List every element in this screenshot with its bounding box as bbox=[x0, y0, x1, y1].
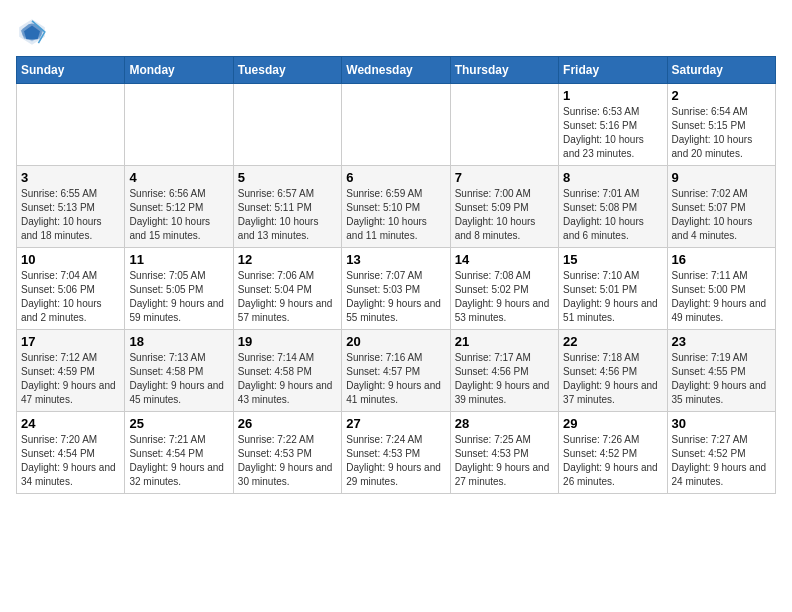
calendar-day-cell: 9Sunrise: 7:02 AM Sunset: 5:07 PM Daylig… bbox=[667, 166, 775, 248]
calendar-day-cell: 21Sunrise: 7:17 AM Sunset: 4:56 PM Dayli… bbox=[450, 330, 558, 412]
calendar-day-cell bbox=[342, 84, 450, 166]
calendar-week-row: 10Sunrise: 7:04 AM Sunset: 5:06 PM Dayli… bbox=[17, 248, 776, 330]
day-of-week-header: Tuesday bbox=[233, 57, 341, 84]
calendar-day-cell: 5Sunrise: 6:57 AM Sunset: 5:11 PM Daylig… bbox=[233, 166, 341, 248]
day-info: Sunrise: 7:00 AM Sunset: 5:09 PM Dayligh… bbox=[455, 187, 554, 243]
calendar-day-cell: 30Sunrise: 7:27 AM Sunset: 4:52 PM Dayli… bbox=[667, 412, 775, 494]
day-info: Sunrise: 7:14 AM Sunset: 4:58 PM Dayligh… bbox=[238, 351, 337, 407]
day-number: 22 bbox=[563, 334, 662, 349]
day-number: 23 bbox=[672, 334, 771, 349]
day-number: 24 bbox=[21, 416, 120, 431]
page-header bbox=[16, 16, 776, 48]
day-info: Sunrise: 7:27 AM Sunset: 4:52 PM Dayligh… bbox=[672, 433, 771, 489]
day-number: 7 bbox=[455, 170, 554, 185]
day-number: 9 bbox=[672, 170, 771, 185]
calendar-week-row: 1Sunrise: 6:53 AM Sunset: 5:16 PM Daylig… bbox=[17, 84, 776, 166]
day-of-week-header: Saturday bbox=[667, 57, 775, 84]
calendar-table: SundayMondayTuesdayWednesdayThursdayFrid… bbox=[16, 56, 776, 494]
calendar-day-cell: 24Sunrise: 7:20 AM Sunset: 4:54 PM Dayli… bbox=[17, 412, 125, 494]
day-info: Sunrise: 6:57 AM Sunset: 5:11 PM Dayligh… bbox=[238, 187, 337, 243]
day-info: Sunrise: 7:07 AM Sunset: 5:03 PM Dayligh… bbox=[346, 269, 445, 325]
calendar-day-cell: 17Sunrise: 7:12 AM Sunset: 4:59 PM Dayli… bbox=[17, 330, 125, 412]
day-number: 14 bbox=[455, 252, 554, 267]
day-info: Sunrise: 7:19 AM Sunset: 4:55 PM Dayligh… bbox=[672, 351, 771, 407]
day-info: Sunrise: 7:05 AM Sunset: 5:05 PM Dayligh… bbox=[129, 269, 228, 325]
day-info: Sunrise: 7:12 AM Sunset: 4:59 PM Dayligh… bbox=[21, 351, 120, 407]
day-number: 15 bbox=[563, 252, 662, 267]
calendar-week-row: 24Sunrise: 7:20 AM Sunset: 4:54 PM Dayli… bbox=[17, 412, 776, 494]
calendar-day-cell: 10Sunrise: 7:04 AM Sunset: 5:06 PM Dayli… bbox=[17, 248, 125, 330]
day-number: 6 bbox=[346, 170, 445, 185]
calendar-day-cell bbox=[125, 84, 233, 166]
calendar-day-cell: 28Sunrise: 7:25 AM Sunset: 4:53 PM Dayli… bbox=[450, 412, 558, 494]
calendar-day-cell: 18Sunrise: 7:13 AM Sunset: 4:58 PM Dayli… bbox=[125, 330, 233, 412]
day-info: Sunrise: 7:01 AM Sunset: 5:08 PM Dayligh… bbox=[563, 187, 662, 243]
calendar-day-cell: 23Sunrise: 7:19 AM Sunset: 4:55 PM Dayli… bbox=[667, 330, 775, 412]
day-number: 12 bbox=[238, 252, 337, 267]
day-of-week-header: Monday bbox=[125, 57, 233, 84]
day-info: Sunrise: 7:24 AM Sunset: 4:53 PM Dayligh… bbox=[346, 433, 445, 489]
calendar-body: 1Sunrise: 6:53 AM Sunset: 5:16 PM Daylig… bbox=[17, 84, 776, 494]
day-number: 25 bbox=[129, 416, 228, 431]
day-number: 4 bbox=[129, 170, 228, 185]
day-number: 3 bbox=[21, 170, 120, 185]
day-info: Sunrise: 7:08 AM Sunset: 5:02 PM Dayligh… bbox=[455, 269, 554, 325]
day-info: Sunrise: 7:13 AM Sunset: 4:58 PM Dayligh… bbox=[129, 351, 228, 407]
calendar-day-cell: 14Sunrise: 7:08 AM Sunset: 5:02 PM Dayli… bbox=[450, 248, 558, 330]
calendar-day-cell bbox=[233, 84, 341, 166]
day-number: 28 bbox=[455, 416, 554, 431]
calendar-day-cell: 25Sunrise: 7:21 AM Sunset: 4:54 PM Dayli… bbox=[125, 412, 233, 494]
day-info: Sunrise: 7:02 AM Sunset: 5:07 PM Dayligh… bbox=[672, 187, 771, 243]
day-info: Sunrise: 7:21 AM Sunset: 4:54 PM Dayligh… bbox=[129, 433, 228, 489]
logo-icon bbox=[16, 16, 48, 48]
day-number: 21 bbox=[455, 334, 554, 349]
day-number: 27 bbox=[346, 416, 445, 431]
calendar-day-cell: 19Sunrise: 7:14 AM Sunset: 4:58 PM Dayli… bbox=[233, 330, 341, 412]
days-of-week-row: SundayMondayTuesdayWednesdayThursdayFrid… bbox=[17, 57, 776, 84]
day-info: Sunrise: 6:55 AM Sunset: 5:13 PM Dayligh… bbox=[21, 187, 120, 243]
calendar-week-row: 3Sunrise: 6:55 AM Sunset: 5:13 PM Daylig… bbox=[17, 166, 776, 248]
calendar-day-cell: 15Sunrise: 7:10 AM Sunset: 5:01 PM Dayli… bbox=[559, 248, 667, 330]
day-info: Sunrise: 6:59 AM Sunset: 5:10 PM Dayligh… bbox=[346, 187, 445, 243]
day-of-week-header: Wednesday bbox=[342, 57, 450, 84]
day-info: Sunrise: 7:11 AM Sunset: 5:00 PM Dayligh… bbox=[672, 269, 771, 325]
day-number: 20 bbox=[346, 334, 445, 349]
day-info: Sunrise: 6:53 AM Sunset: 5:16 PM Dayligh… bbox=[563, 105, 662, 161]
calendar-day-cell: 4Sunrise: 6:56 AM Sunset: 5:12 PM Daylig… bbox=[125, 166, 233, 248]
calendar-day-cell: 2Sunrise: 6:54 AM Sunset: 5:15 PM Daylig… bbox=[667, 84, 775, 166]
calendar-day-cell bbox=[17, 84, 125, 166]
day-info: Sunrise: 7:06 AM Sunset: 5:04 PM Dayligh… bbox=[238, 269, 337, 325]
day-number: 19 bbox=[238, 334, 337, 349]
calendar-day-cell: 7Sunrise: 7:00 AM Sunset: 5:09 PM Daylig… bbox=[450, 166, 558, 248]
calendar-day-cell: 6Sunrise: 6:59 AM Sunset: 5:10 PM Daylig… bbox=[342, 166, 450, 248]
calendar-day-cell bbox=[450, 84, 558, 166]
day-number: 30 bbox=[672, 416, 771, 431]
day-info: Sunrise: 7:22 AM Sunset: 4:53 PM Dayligh… bbox=[238, 433, 337, 489]
day-of-week-header: Sunday bbox=[17, 57, 125, 84]
day-number: 26 bbox=[238, 416, 337, 431]
day-info: Sunrise: 6:54 AM Sunset: 5:15 PM Dayligh… bbox=[672, 105, 771, 161]
day-number: 5 bbox=[238, 170, 337, 185]
day-number: 11 bbox=[129, 252, 228, 267]
day-info: Sunrise: 7:04 AM Sunset: 5:06 PM Dayligh… bbox=[21, 269, 120, 325]
day-number: 1 bbox=[563, 88, 662, 103]
day-number: 16 bbox=[672, 252, 771, 267]
calendar-day-cell: 27Sunrise: 7:24 AM Sunset: 4:53 PM Dayli… bbox=[342, 412, 450, 494]
day-number: 17 bbox=[21, 334, 120, 349]
day-number: 29 bbox=[563, 416, 662, 431]
day-info: Sunrise: 7:26 AM Sunset: 4:52 PM Dayligh… bbox=[563, 433, 662, 489]
calendar-day-cell: 29Sunrise: 7:26 AM Sunset: 4:52 PM Dayli… bbox=[559, 412, 667, 494]
calendar-day-cell: 8Sunrise: 7:01 AM Sunset: 5:08 PM Daylig… bbox=[559, 166, 667, 248]
day-info: Sunrise: 7:17 AM Sunset: 4:56 PM Dayligh… bbox=[455, 351, 554, 407]
day-number: 10 bbox=[21, 252, 120, 267]
day-number: 18 bbox=[129, 334, 228, 349]
day-info: Sunrise: 6:56 AM Sunset: 5:12 PM Dayligh… bbox=[129, 187, 228, 243]
day-number: 8 bbox=[563, 170, 662, 185]
day-of-week-header: Thursday bbox=[450, 57, 558, 84]
calendar-day-cell: 11Sunrise: 7:05 AM Sunset: 5:05 PM Dayli… bbox=[125, 248, 233, 330]
calendar-header: SundayMondayTuesdayWednesdayThursdayFrid… bbox=[17, 57, 776, 84]
calendar-day-cell: 26Sunrise: 7:22 AM Sunset: 4:53 PM Dayli… bbox=[233, 412, 341, 494]
day-info: Sunrise: 7:20 AM Sunset: 4:54 PM Dayligh… bbox=[21, 433, 120, 489]
day-of-week-header: Friday bbox=[559, 57, 667, 84]
calendar-day-cell: 16Sunrise: 7:11 AM Sunset: 5:00 PM Dayli… bbox=[667, 248, 775, 330]
